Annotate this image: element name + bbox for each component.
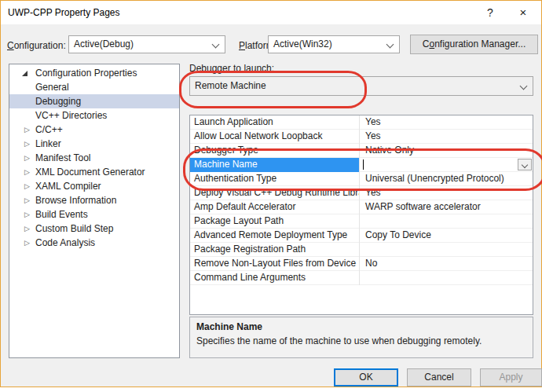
property-value: Copy To Device [361, 229, 533, 243]
grid-row-advanced-remote-deployment-type[interactable]: Advanced Remote Deployment TypeCopy To D… [190, 229, 533, 243]
chevron-down-icon [212, 41, 220, 49]
tree-item-label: C/C++ [35, 123, 63, 137]
property-value [361, 158, 533, 172]
debugger-select-value: Remote Machine [195, 80, 266, 91]
configuration-select-value: Active(Debug) [74, 38, 134, 49]
configuration-manager-button[interactable]: Configuration Manager... [410, 35, 538, 54]
debugger-to-launch-label: Debugger to launch: [189, 63, 274, 74]
grid-row-machine-name[interactable]: Machine Name [190, 158, 533, 172]
property-name: Package Registration Path [190, 243, 360, 257]
tree-item-xml-document-generator[interactable]: ▷XML Document Generator [9, 165, 179, 179]
help-icon[interactable]: ? [477, 1, 504, 24]
tree-item-label: Manifest Tool [35, 151, 90, 165]
tree-item-debugging[interactable]: Debugging [9, 94, 179, 108]
tree-collapsed-icon[interactable]: ▷ [24, 222, 30, 236]
apply-button[interactable]: Apply [480, 368, 542, 387]
debugger-select[interactable]: Remote Machine [189, 76, 533, 96]
grid-row-package-registration-path[interactable]: Package Registration Path [190, 243, 533, 257]
property-value [361, 243, 533, 257]
property-name: Remove Non-Layout Files from Device [190, 257, 360, 271]
property-name: Launch Application [190, 115, 360, 130]
property-value: No [361, 257, 533, 271]
window-title: UWP-CPP Property Pages [8, 7, 120, 18]
configuration-select[interactable]: Active(Debug) [68, 35, 225, 53]
description-panel: Machine Name Specifies the name of the m… [189, 317, 533, 358]
property-name: Allow Local Network Loopback [190, 130, 360, 144]
tree-collapsed-icon[interactable]: ▷ [24, 207, 30, 222]
tree-collapsed-icon[interactable]: ▷ [24, 165, 30, 179]
property-name: Machine Name [190, 158, 360, 172]
property-value: Native Only [361, 144, 533, 158]
text-caret [363, 159, 364, 170]
ok-button[interactable]: OK [334, 368, 398, 387]
property-value [361, 271, 533, 285]
tree-collapsed-icon[interactable]: ▷ [24, 179, 30, 193]
tree-collapsed-icon[interactable]: ▷ [24, 151, 30, 165]
grid-row-launch-application[interactable]: Launch ApplicationYes [190, 115, 533, 130]
property-value: Universal (Unencrypted Protocol) [361, 172, 533, 186]
grid-row-debugger-type[interactable]: Debugger TypeNative Only [190, 144, 533, 158]
tree-collapsed-icon[interactable]: ▷ [24, 137, 30, 151]
grid-row-allow-local-network-loopback[interactable]: Allow Local Network LoopbackYes [190, 130, 533, 144]
tree-item-label: VC++ Directories [35, 108, 107, 123]
close-icon[interactable]: × [510, 1, 537, 24]
tree-collapsed-icon[interactable]: ▷ [24, 193, 30, 207]
tree-item-xaml-compiler[interactable]: ▷XAML Compiler [9, 179, 179, 193]
tree-item-label: Debugging [35, 94, 81, 108]
title-bar: UWP-CPP Property Pages ? × [1, 1, 541, 24]
property-value: WARP software accelerator [361, 200, 533, 214]
property-pages-dialog: UWP-CPP Property Pages ? × Configuration… [0, 0, 542, 387]
property-value: Yes [361, 130, 533, 144]
value-dropdown-button[interactable] [518, 159, 532, 170]
tree-collapsed-icon[interactable]: ▷ [24, 236, 30, 250]
tree-item-vc-directories[interactable]: VC++ Directories [9, 108, 179, 123]
grid-row-deploy-visual-c-debug-runtime-libraries[interactable]: Deploy Visual C++ Debug Runtime Librarie… [190, 186, 533, 200]
grid-row-authentication-type[interactable]: Authentication TypeUniversal (Unencrypte… [190, 172, 533, 186]
tree-item-label: Code Analysis [35, 236, 95, 250]
property-name: Advanced Remote Deployment Type [190, 229, 360, 243]
chevron-down-icon [522, 162, 528, 168]
tree-item-linker[interactable]: ▷Linker [9, 137, 179, 151]
grid-row-command-line-arguments[interactable]: Command Line Arguments [190, 271, 533, 285]
tree-item-c-c[interactable]: ▷C/C++ [9, 123, 179, 137]
property-name: Authentication Type [190, 172, 360, 186]
description-title: Machine Name [196, 321, 526, 332]
grid-row-amp-default-accelerator[interactable]: Amp Default AcceleratorWARP software acc… [190, 200, 533, 214]
platform-select[interactable]: Active(Win32) [268, 35, 400, 53]
tree-item-label: Configuration Properties [35, 66, 137, 80]
chevron-down-icon [520, 82, 528, 90]
tree-collapsed-icon[interactable]: ▷ [24, 123, 30, 137]
tree-item-label: Browse Information [35, 193, 116, 207]
property-grid: Launch ApplicationYesAllow Local Network… [189, 115, 533, 315]
tree-item-general[interactable]: General [9, 80, 179, 94]
tree-item-browse-information[interactable]: ▷Browse Information [9, 193, 179, 207]
tree-item-label: XML Document Generator [35, 165, 145, 179]
property-name: Amp Default Accelerator [190, 200, 360, 214]
tree-item-label: Custom Build Step [35, 222, 113, 236]
configuration-label: Configuration: [7, 40, 66, 51]
tree-item-code-analysis[interactable]: ▷Code Analysis [9, 236, 179, 250]
property-name: Deploy Visual C++ Debug Runtime Librarie… [190, 186, 360, 200]
tree-item-label: General [35, 80, 69, 94]
tree-item-label: Build Events [35, 207, 88, 222]
property-value: Yes [361, 115, 533, 130]
platform-select-value: Active(Win32) [273, 38, 332, 49]
property-name: Command Line Arguments [190, 271, 360, 285]
cancel-button[interactable]: Cancel [407, 368, 471, 387]
tree-item-label: XAML Compiler [35, 179, 101, 193]
grid-row-remove-non-layout-files-from-device[interactable]: Remove Non-Layout Files from DeviceNo [190, 257, 533, 271]
grid-row-package-layout-path[interactable]: Package Layout Path [190, 214, 533, 229]
tree: Configuration PropertiesGeneralDebugging… [9, 64, 180, 358]
property-value: Yes [361, 186, 533, 200]
chevron-down-icon [386, 41, 394, 49]
tree-item-label: Linker [35, 137, 61, 151]
tree-item-build-events[interactable]: ▷Build Events [9, 207, 179, 222]
tree-expanded-icon[interactable] [22, 71, 27, 76]
property-name: Debugger Type [190, 144, 360, 158]
tree-item-configuration-properties[interactable]: Configuration Properties [9, 66, 179, 80]
property-name: Package Layout Path [190, 214, 360, 229]
property-value [361, 214, 533, 229]
tree-item-manifest-tool[interactable]: ▷Manifest Tool [9, 151, 179, 165]
tree-item-custom-build-step[interactable]: ▷Custom Build Step [9, 222, 179, 236]
description-text: Specifies the name of the machine to use… [196, 335, 526, 346]
